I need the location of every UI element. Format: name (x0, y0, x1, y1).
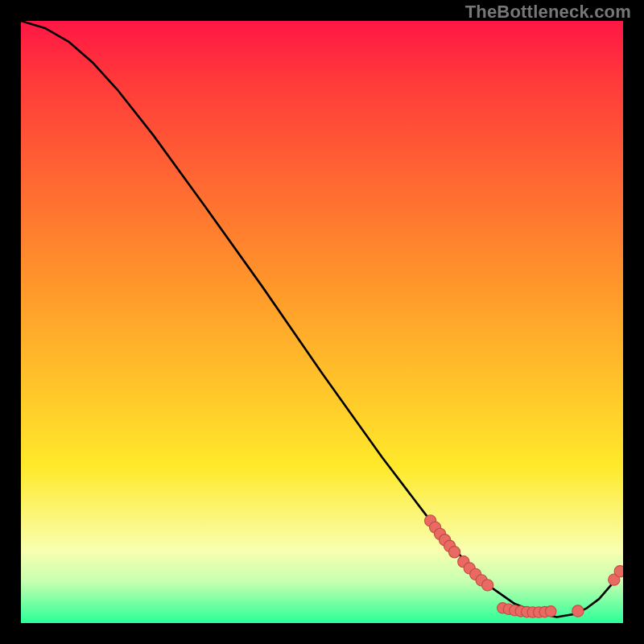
chart-container: TheBottleneck.com (0, 0, 644, 644)
bottleneck-curve-plot (21, 21, 623, 623)
data-marker (572, 605, 584, 617)
data-marker (614, 566, 623, 577)
data-marker (546, 606, 556, 617)
chart-svg (21, 21, 623, 623)
watermark-text: TheBottleneck.com (465, 2, 631, 23)
data-marker (482, 580, 493, 591)
gradient-background (21, 21, 623, 623)
data-marker (448, 547, 460, 558)
